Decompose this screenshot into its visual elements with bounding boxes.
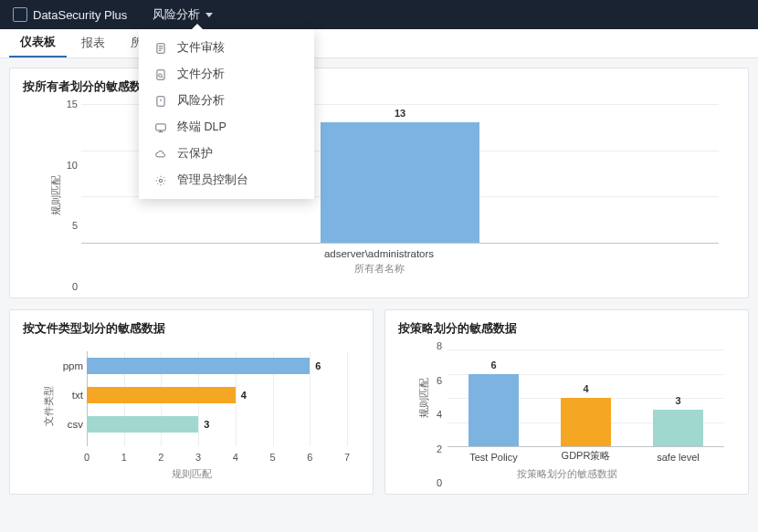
bar-value: 6 xyxy=(315,360,321,371)
bars-container: 6Test Policy4GDPR策略3safe level xyxy=(447,349,724,446)
chart-by-type: 文件类型 01234567ppm6txt4csv3 规则匹配 xyxy=(23,346,360,483)
y-tick: 5 xyxy=(58,220,78,231)
menu-item-file-analysis[interactable]: 文件分析 xyxy=(139,61,314,88)
admin-console-icon xyxy=(153,173,168,188)
y-tick: 2 xyxy=(426,443,442,454)
card-title: 按所有者划分的敏感数据 xyxy=(23,79,735,95)
bar-category: csv xyxy=(48,419,83,430)
endpoint-dlp-icon xyxy=(153,120,168,135)
nav-dropdown-label: 风险分析 xyxy=(153,6,200,23)
bar-category: txt xyxy=(48,390,83,401)
x-axis-category: adserver\administrators xyxy=(23,248,735,259)
app-logo-icon xyxy=(13,7,27,22)
bar-category: GDPR策略 xyxy=(540,449,632,463)
menu-item-label: 文件审核 xyxy=(177,40,225,56)
brand: DataSecurity Plus xyxy=(0,7,140,22)
y-tick: 8 xyxy=(426,340,442,351)
file-analysis-icon xyxy=(153,68,168,82)
bar[interactable] xyxy=(468,374,519,447)
chart-by-policy: 规则匹配 6Test Policy4GDPR策略3safe level 按策略划… xyxy=(398,346,735,483)
card-title: 按文件类型划分的敏感数据 xyxy=(23,321,360,337)
x-axis-label: 所有者名称 xyxy=(23,262,735,276)
bar-slot: 3safe level xyxy=(632,349,724,446)
x-tick: 6 xyxy=(307,452,312,463)
card-by-type: 按文件类型划分的敏感数据 文件类型 01234567ppm6txt4csv3 规… xyxy=(9,309,374,495)
menu-item-endpoint-dlp[interactable]: 终端 DLP xyxy=(139,114,314,141)
bar-row: ppm6 xyxy=(87,351,347,381)
bar-slot: 4GDPR策略 xyxy=(540,349,632,446)
bar-slot: 6Test Policy xyxy=(447,349,540,446)
grid-line xyxy=(347,351,348,446)
bar-category: ppm xyxy=(48,360,83,371)
menu-item-admin-console[interactable]: 管理员控制台 xyxy=(139,167,314,193)
y-tick: 6 xyxy=(426,375,442,386)
menu-item-label: 风险分析 xyxy=(177,93,225,109)
svg-point-2 xyxy=(159,73,163,77)
nav-dropdown-trigger[interactable]: 风险分析 xyxy=(140,0,226,29)
menu-item-label: 终端 DLP xyxy=(177,120,226,135)
x-axis-label: 规则匹配 xyxy=(23,467,360,481)
menu-item-cloud-protect[interactable]: 云保护 xyxy=(139,141,314,167)
chevron-down-icon xyxy=(205,13,213,17)
bar-row: csv3 xyxy=(87,410,347,439)
bar[interactable] xyxy=(321,122,480,243)
bar-value: 4 xyxy=(583,383,588,394)
x-tick: 1 xyxy=(121,452,127,463)
bar-value: 13 xyxy=(395,108,405,119)
svg-rect-4 xyxy=(156,123,166,130)
x-tick: 7 xyxy=(344,452,350,463)
file-audit-icon xyxy=(153,41,168,56)
menu-item-label: 云保护 xyxy=(177,146,213,162)
card-by-policy: 按策略划分的敏感数据 规则匹配 6Test Policy4GDPR策略3safe… xyxy=(384,309,749,495)
y-tick: 4 xyxy=(426,409,442,420)
chart-by-owner: 规则匹配 13 adserver\administrators 所有者名称 05… xyxy=(23,104,735,287)
svg-point-5 xyxy=(159,179,163,183)
y-tick: 15 xyxy=(58,99,78,110)
y-tick: 0 xyxy=(426,477,442,488)
grid-line xyxy=(81,243,719,244)
chart2-plot: 01234567ppm6txt4csv3 xyxy=(87,351,347,446)
app-name: DataSecurity Plus xyxy=(33,8,127,22)
menu-item-risk-analysis[interactable]: 风险分析 xyxy=(139,88,314,114)
x-tick: 4 xyxy=(233,452,238,463)
bar-value: 6 xyxy=(490,360,496,370)
grid-line xyxy=(447,446,724,447)
card-title: 按策略划分的敏感数据 xyxy=(398,321,735,337)
svg-rect-1 xyxy=(157,69,164,79)
x-tick: 5 xyxy=(270,452,276,463)
x-axis-label: 按策略划分的敏感数据 xyxy=(398,467,735,481)
bar[interactable] xyxy=(87,358,310,374)
bar[interactable] xyxy=(653,410,703,446)
bar-category: safe level xyxy=(632,452,724,463)
bar[interactable] xyxy=(87,387,236,403)
card-by-owner: 按所有者划分的敏感数据 规则匹配 13 adserver\administrat… xyxy=(9,68,749,298)
menu-item-label: 管理员控制台 xyxy=(177,172,248,188)
tab-label: 报表 xyxy=(81,36,105,51)
y-axis-label: 规则匹配 xyxy=(49,175,63,215)
risk-analysis-icon xyxy=(153,94,168,109)
cards-row-2: 按文件类型划分的敏感数据 文件类型 01234567ppm6txt4csv3 规… xyxy=(9,309,749,495)
x-tick: 3 xyxy=(195,452,201,463)
tab-row: 仪表板 报表 所有权分 xyxy=(0,29,758,58)
menu-item-file-audit[interactable]: 文件审核 xyxy=(139,35,314,61)
bar-category: Test Policy xyxy=(447,452,540,463)
bar[interactable] xyxy=(87,416,198,433)
tab-label: 仪表板 xyxy=(20,35,56,50)
chart3-plot: 6Test Policy4GDPR策略3safe level xyxy=(447,349,724,446)
bar-value: 3 xyxy=(204,419,209,430)
top-bar: DataSecurity Plus 风险分析 xyxy=(0,0,758,29)
y-tick: 10 xyxy=(58,160,78,171)
nav-dropdown-menu: 文件审核 文件分析 风险分析 终端 DLP 云保护 管理员控制台 xyxy=(139,29,314,199)
tab-reports[interactable]: 报表 xyxy=(70,29,116,57)
menu-item-label: 文件分析 xyxy=(177,67,225,82)
y-tick: 0 xyxy=(58,281,78,292)
bar-value: 3 xyxy=(675,395,680,406)
cloud-protect-icon xyxy=(153,147,168,162)
x-tick: 0 xyxy=(84,452,89,463)
tab-dashboard[interactable]: 仪表板 xyxy=(9,29,67,57)
bar-row: txt4 xyxy=(87,381,347,410)
x-tick: 2 xyxy=(158,452,163,463)
content-area: 按所有者划分的敏感数据 规则匹配 13 adserver\administrat… xyxy=(0,58,758,504)
bar-value: 4 xyxy=(241,390,247,401)
bar[interactable] xyxy=(561,398,611,446)
